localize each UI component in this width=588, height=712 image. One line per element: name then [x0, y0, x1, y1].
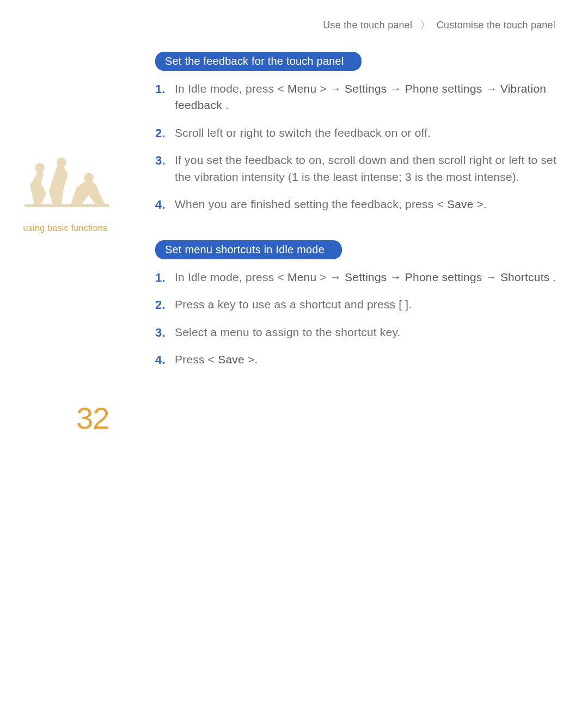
step-text: If you set the feedback to on, scroll do… — [175, 154, 556, 182]
section-shortcuts: Set menu shortcuts in Idle mode 1. In Id… — [155, 240, 558, 368]
menu-label: Menu — [287, 82, 316, 95]
step-text: > → — [320, 271, 345, 283]
save-label: Save — [218, 353, 244, 366]
heading-feedback: Set the feedback for the touch panel — [155, 52, 362, 71]
breadcrumb-separator-icon: 〉 — [420, 19, 430, 32]
step-text: Press < — [175, 353, 215, 366]
breadcrumb-item-2: Customise the touch panel — [437, 20, 555, 31]
step-text: Press a key to use as a shortcut and pre… — [175, 298, 412, 311]
step-number: 2. — [155, 125, 166, 142]
steps-shortcuts: 1. In Idle mode, press < Menu > → Settin… — [155, 269, 558, 368]
list-item: 3. If you set the feedback to on, scroll… — [155, 152, 558, 185]
step-number: 1. — [155, 81, 166, 98]
list-item: 2. Press a key to use as a shortcut and … — [155, 296, 558, 313]
step-text: . — [225, 99, 229, 111]
step-text: >. — [477, 198, 487, 210]
step-text: → — [486, 271, 500, 283]
step-text: Scroll left or right to switch the feedb… — [175, 126, 431, 139]
steps-feedback: 1. In Idle mode, press < Menu > → Settin… — [155, 81, 558, 213]
content: Set the feedback for the touch panel 1. … — [155, 52, 558, 390]
step-number: 3. — [155, 152, 166, 169]
page-number: 32 — [76, 400, 109, 436]
step-number: 2. — [155, 296, 166, 314]
settings-label: Settings — [345, 271, 387, 283]
svg-rect-3 — [24, 204, 109, 207]
step-text: When you are ﬁnished setting the feedbac… — [175, 198, 444, 210]
settings-label: Settings — [345, 82, 387, 95]
step-text: → — [390, 82, 405, 95]
list-item: 3. Select a menu to assign to the shortc… — [155, 324, 558, 340]
phone-settings-label: Phone settings — [405, 82, 482, 95]
step-text: > → — [320, 82, 345, 95]
save-label: Save — [447, 198, 474, 210]
heading-shortcuts: Set menu shortcuts in Idle mode — [155, 240, 342, 259]
page: Use the touch panel 〉 Customise the touc… — [0, 0, 588, 712]
step-text: >. — [248, 353, 258, 366]
svg-point-2 — [84, 173, 94, 182]
svg-point-1 — [57, 157, 66, 167]
list-item: 2. Scroll left or right to switch the fe… — [155, 125, 558, 141]
breadcrumb: Use the touch panel 〉 Customise the touc… — [323, 19, 555, 32]
list-item: 1. In Idle mode, press < Menu > → Settin… — [155, 269, 558, 285]
step-text: . — [553, 271, 556, 283]
silhouette-graphic — [19, 153, 112, 218]
step-text: Select a menu to assign to the shortcut … — [175, 326, 401, 338]
step-text: → — [390, 271, 405, 283]
step-number: 4. — [155, 196, 166, 214]
step-number: 4. — [155, 351, 166, 369]
sidebar-caption: using basic functions — [11, 223, 120, 233]
shortcuts-label: Shortcuts — [500, 271, 550, 283]
sidebar: using basic functions 32 — [11, 153, 120, 233]
breadcrumb-item-1: Use the touch panel — [323, 20, 412, 31]
menu-label: Menu — [287, 271, 316, 283]
step-text: → — [486, 82, 500, 95]
dancers-icon — [19, 153, 112, 218]
list-item: 4. Press < Save >. — [155, 351, 558, 368]
step-text: In Idle mode, press < — [175, 82, 284, 95]
section-feedback: Set the feedback for the touch panel 1. … — [155, 52, 558, 213]
list-item: 1. In Idle mode, press < Menu > → Settin… — [155, 81, 558, 114]
phone-settings-label: Phone settings — [405, 271, 482, 283]
list-item: 4. When you are ﬁnished setting the feed… — [155, 196, 558, 212]
step-text: In Idle mode, press < — [175, 271, 284, 283]
step-number: 1. — [155, 269, 166, 287]
step-number: 3. — [155, 324, 166, 342]
svg-point-0 — [35, 163, 45, 173]
